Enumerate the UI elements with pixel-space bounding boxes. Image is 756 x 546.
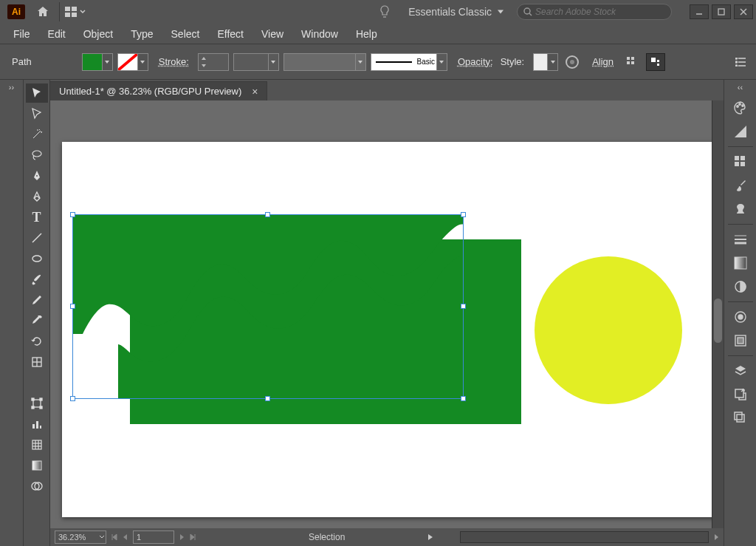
fill-dropdown[interactable]: [102, 54, 112, 70]
direct-selection-tool[interactable]: [26, 104, 48, 123]
minimize-button[interactable]: [690, 4, 709, 19]
stroke-dropdown[interactable]: [137, 54, 148, 70]
left-expand-stub[interactable]: ››: [0, 80, 24, 546]
paintbrush-tool[interactable]: [26, 270, 48, 289]
ellipse-tool[interactable]: [26, 249, 48, 268]
menu-edit[interactable]: Edit: [39, 25, 75, 43]
status-play-icon[interactable]: [427, 533, 433, 541]
lasso-tool[interactable]: [26, 146, 48, 165]
gradient-tool[interactable]: [26, 456, 48, 475]
column-graph-tool[interactable]: [26, 414, 48, 434]
zoom-level[interactable]: 36.23%: [55, 530, 106, 544]
stroke-none-icon: [118, 54, 137, 70]
variable-width-profile[interactable]: [233, 53, 279, 71]
control-bar: Path Stroke: Basic Opacity: Style: Align: [0, 44, 756, 80]
svg-rect-42: [32, 440, 41, 449]
artboard-number[interactable]: 1: [133, 530, 174, 544]
window-controls: [687, 4, 753, 19]
menu-type[interactable]: Type: [122, 25, 162, 43]
eyedropper-tool[interactable]: [26, 311, 48, 330]
gradient-icon: [734, 256, 747, 270]
close-window-button[interactable]: [734, 4, 753, 19]
scroll-right-button[interactable]: [713, 533, 719, 541]
width-tool[interactable]: [26, 352, 48, 372]
recolor-artwork-button[interactable]: [563, 53, 582, 71]
color-guide-panel[interactable]: [727, 120, 754, 143]
fill-swatch[interactable]: [82, 53, 113, 71]
menu-effect[interactable]: Effect: [208, 25, 252, 43]
gradient-panel[interactable]: [727, 251, 754, 275]
document-tab[interactable]: Untitled-1* @ 36.23% (RGB/GPU Preview) ×: [50, 81, 267, 100]
mesh-tool[interactable]: [26, 435, 48, 454]
align-options-button[interactable]: [622, 53, 642, 71]
search-discover-button[interactable]: [371, 1, 398, 22]
menu-window[interactable]: Window: [292, 25, 347, 43]
next-artboard-button[interactable]: [179, 533, 185, 541]
svg-point-24: [736, 58, 738, 59]
scrollbar-thumb[interactable]: [714, 298, 722, 343]
graphic-styles-panel[interactable]: [727, 329, 754, 352]
menu-view[interactable]: View: [252, 25, 292, 43]
green-wave-shape[interactable]: [72, 214, 464, 399]
brushes-panel[interactable]: [727, 174, 754, 197]
menu-file[interactable]: File: [4, 25, 39, 43]
asset-export-panel[interactable]: [727, 383, 754, 406]
expand-left-icon[interactable]: ‹‹: [738, 83, 743, 96]
transparency-panel[interactable]: [727, 275, 754, 298]
menu-object[interactable]: Object: [75, 25, 122, 43]
svg-rect-15: [631, 57, 634, 60]
opacity-label[interactable]: Opacity:: [458, 56, 493, 67]
appearance-panel[interactable]: [727, 305, 754, 329]
menu-help[interactable]: Help: [347, 25, 386, 43]
artboard[interactable]: [62, 142, 716, 517]
stroke-panel[interactable]: [727, 228, 754, 251]
svg-rect-40: [36, 421, 38, 429]
symbols-panel[interactable]: [727, 197, 754, 221]
horizontal-scrollbar[interactable]: [460, 531, 709, 543]
rotate-tool[interactable]: [26, 332, 48, 351]
svg-point-28: [36, 175, 38, 177]
isolate-button[interactable]: [646, 53, 665, 71]
vertical-scrollbar[interactable]: [712, 100, 724, 528]
free-transform-tool[interactable]: [26, 394, 48, 413]
maximize-icon: [718, 8, 725, 16]
stroke-swatch[interactable]: [117, 53, 148, 71]
swatches-panel[interactable]: [727, 150, 754, 174]
stroke-label[interactable]: Stroke:: [159, 56, 189, 67]
shape-builder-tool[interactable]: [26, 477, 48, 496]
line-segment-tool[interactable]: [26, 228, 48, 248]
canvas-viewport[interactable]: [50, 100, 724, 528]
tab-close-button[interactable]: ×: [252, 86, 258, 98]
stroke-style-dropdown[interactable]: [284, 53, 366, 71]
stock-search-box[interactable]: [517, 4, 672, 20]
stock-search-input[interactable]: [535, 7, 665, 17]
yellow-circle[interactable]: [535, 256, 682, 404]
layers-panel[interactable]: [727, 359, 754, 383]
magic-wand-tool[interactable]: [26, 125, 48, 144]
first-artboard-button[interactable]: [111, 533, 118, 541]
graphic-style-swatch[interactable]: [533, 53, 558, 71]
curvature-tool[interactable]: [26, 187, 48, 206]
last-artboard-button[interactable]: [189, 533, 196, 541]
align-label[interactable]: Align: [592, 56, 614, 67]
home-button[interactable]: [32, 3, 53, 21]
pencil-tool[interactable]: [26, 290, 48, 310]
maximize-button[interactable]: [712, 4, 731, 19]
color-panel[interactable]: [727, 96, 754, 120]
menu-select[interactable]: Select: [162, 25, 209, 43]
selection-type-label: Path: [12, 56, 32, 67]
artboards-panel[interactable]: [727, 406, 754, 430]
brush-dropdown[interactable]: [436, 54, 447, 70]
selection-tool[interactable]: [26, 83, 48, 103]
prev-artboard-button[interactable]: [123, 533, 128, 541]
control-menu-button[interactable]: [731, 53, 750, 71]
stroke-weight-input[interactable]: [198, 53, 229, 71]
type-tool[interactable]: T: [26, 208, 48, 227]
arrange-documents-button[interactable]: [64, 3, 86, 21]
pen-tool[interactable]: [26, 166, 48, 185]
brushes-icon: [734, 179, 747, 192]
stroke-weight-spinner[interactable]: [199, 55, 209, 69]
brush-definition[interactable]: Basic: [371, 53, 447, 71]
workspace-switcher[interactable]: Essentials Classic: [402, 3, 509, 21]
warp-tool[interactable]: [26, 373, 48, 392]
